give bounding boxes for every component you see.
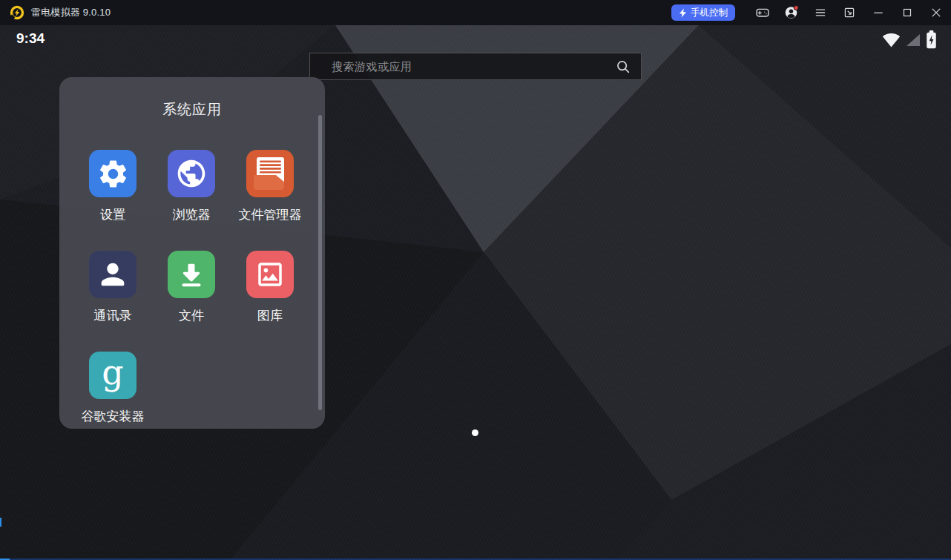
lightning-bolt-icon [679, 8, 687, 18]
titlebar[interactable]: 雷电模拟器 9.0.10 手机控制 [0, 0, 951, 25]
maximize-icon[interactable] [900, 5, 915, 20]
app-label: 图库 [257, 307, 283, 324]
app-file-manager[interactable]: 文件管理器 [231, 150, 309, 223]
battery-charging-icon [926, 30, 937, 49]
app-google-installer[interactable]: g 谷歌安装器 [73, 352, 152, 425]
gamepad-icon[interactable] [755, 5, 770, 20]
profile-icon[interactable] [784, 5, 799, 20]
person-icon [89, 251, 136, 298]
search-bar[interactable] [309, 53, 642, 80]
close-icon[interactable] [929, 5, 944, 20]
app-label: 文件管理器 [239, 206, 302, 223]
globe-icon [168, 150, 215, 197]
window-title: 雷电模拟器 9.0.10 [31, 6, 111, 19]
wifi-icon [882, 33, 901, 47]
app-label: 通讯录 [94, 307, 132, 324]
magnifier-icon[interactable] [615, 59, 631, 75]
ldplayer-window: 雷电模拟器 9.0.10 手机控制 [0, 0, 951, 560]
ldplayer-logo-icon [10, 5, 24, 20]
gear-icon [89, 150, 136, 197]
app-browser[interactable]: 浏览器 [152, 150, 231, 223]
folder-documents-icon [246, 150, 294, 197]
mini-window-icon[interactable] [842, 5, 857, 20]
minimize-icon[interactable] [871, 5, 886, 20]
app-label: 设置 [100, 206, 125, 223]
app-contacts[interactable]: 通讯录 [73, 251, 152, 324]
search-input[interactable] [332, 60, 615, 73]
page-indicator-dot[interactable] [472, 429, 478, 436]
status-time: 9:34 [16, 30, 45, 47]
letter-g-icon: g [89, 352, 136, 399]
wallpaper-blue-accent [0, 518, 1, 527]
folder-scrollbar[interactable] [318, 115, 322, 410]
download-icon [168, 251, 215, 298]
folder-title: 系统应用 [59, 100, 325, 119]
app-gallery[interactable]: 图库 [231, 251, 309, 324]
app-label: 浏览器 [173, 206, 211, 223]
status-icons [882, 30, 937, 49]
app-files[interactable]: 文件 [152, 251, 231, 324]
signal-icon [906, 33, 921, 47]
app-label: 谷歌安装器 [82, 408, 145, 425]
app-settings[interactable]: 设置 [73, 150, 152, 223]
system-apps-folder: 系统应用 设置 浏览器 [59, 77, 325, 429]
app-label: 文件 [179, 307, 204, 324]
image-icon [246, 251, 294, 298]
menu-icon[interactable] [813, 5, 828, 20]
android-screen: 9:34 [0, 25, 951, 560]
phone-control-button[interactable]: 手机控制 [671, 4, 735, 21]
